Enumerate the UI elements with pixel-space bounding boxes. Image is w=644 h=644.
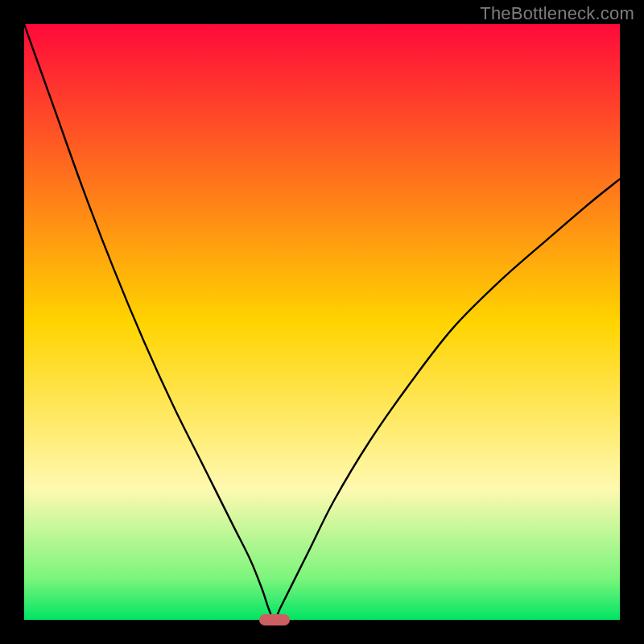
plot-area bbox=[24, 24, 620, 620]
optimal-marker bbox=[259, 614, 290, 625]
watermark-text: TheBottleneck.com bbox=[480, 3, 634, 24]
plot-background bbox=[24, 24, 620, 620]
plot-svg bbox=[24, 24, 620, 620]
chart-frame: TheBottleneck.com bbox=[0, 0, 644, 644]
